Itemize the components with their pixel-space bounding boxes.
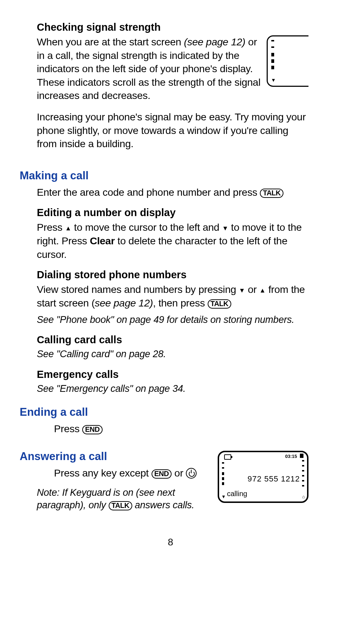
text: When you are at the start screen — [37, 36, 184, 48]
page-ref: see page 12) — [95, 297, 153, 309]
text: answers calls. — [132, 500, 194, 510]
talk-key-icon: TALK — [109, 501, 132, 510]
talk-key-icon: TALK — [208, 299, 231, 309]
right-bars-icon — [302, 460, 304, 490]
para-making-call: Enter the area code and phone number and… — [37, 186, 308, 199]
status-block-icon — [300, 454, 303, 458]
talk-key-icon: TALK — [260, 189, 283, 198]
heading-dialing-stored: Dialing stored phone numbers — [37, 269, 308, 281]
heading-checking-signal: Checking signal strength — [37, 21, 308, 33]
text: or — [245, 284, 260, 295]
text: , then press — [153, 297, 208, 309]
page-number: 8 — [20, 537, 321, 548]
down-arrow-icon: ▼ — [222, 224, 228, 233]
text: Press — [54, 423, 82, 434]
para-calling-card-ref: See "Calling card" on page 28. — [37, 348, 308, 361]
battery-icon — [224, 454, 231, 460]
call-status: calling — [227, 490, 247, 498]
para-dialing: View stored names and numbers by pressin… — [37, 283, 308, 310]
up-arrow-icon: ▲ — [65, 224, 71, 233]
heading-ending-call: Ending a call — [20, 406, 308, 419]
signal-bars-icon — [222, 462, 224, 487]
end-key-icon: END — [152, 469, 172, 479]
text: Press any key except — [54, 467, 152, 479]
heading-answering-call: Answering a call — [20, 450, 207, 463]
para-emergency-ref: See "Emergency calls" on page 34. — [37, 383, 308, 395]
clear-key-label: Clear — [90, 235, 115, 246]
text: Enter the area code and phone number and… — [37, 186, 260, 198]
power-key-icon — [186, 468, 197, 479]
para-ending: Press END — [54, 422, 308, 436]
phone-screen-figure: 03:15 ▼ ⌂ 972 555 1212 calling — [218, 451, 308, 503]
heading-emergency: Emergency calls — [37, 369, 308, 380]
text: Press — [37, 221, 65, 233]
signal-strength-figure: ▼ — [267, 35, 308, 87]
heading-editing-number: Editing a number on display — [37, 207, 308, 219]
page-ref: (see page 12) — [184, 36, 245, 48]
text: View stored names and numbers by pressin… — [37, 284, 239, 295]
para-phonebook-ref: See "Phone book" on page 49 for details … — [37, 314, 308, 326]
para-answering: Press any key except END or — [54, 466, 207, 480]
phone-number-display: 972 555 1212 — [247, 474, 300, 484]
end-key-icon: END — [82, 425, 103, 434]
down-arrow-icon: ▼ — [239, 286, 245, 295]
clock-time: 03:15 — [285, 454, 297, 459]
home-icon: ⌂ — [302, 494, 305, 499]
text: or — [172, 467, 186, 479]
heading-calling-card: Calling card calls — [37, 334, 308, 346]
note-keyguard: Note: If Keyguard is on (see next paragr… — [37, 486, 207, 512]
para-signal-2: Increasing your phone's signal may be ea… — [37, 110, 308, 151]
up-arrow-icon: ▲ — [260, 286, 266, 295]
heading-making-a-call: Making a call — [20, 169, 308, 182]
para-editing: Press ▲ to move the cursor to the left a… — [37, 221, 308, 261]
antenna-icon: ▼ — [221, 494, 226, 499]
text: to move the cursor to the left and — [71, 221, 222, 233]
